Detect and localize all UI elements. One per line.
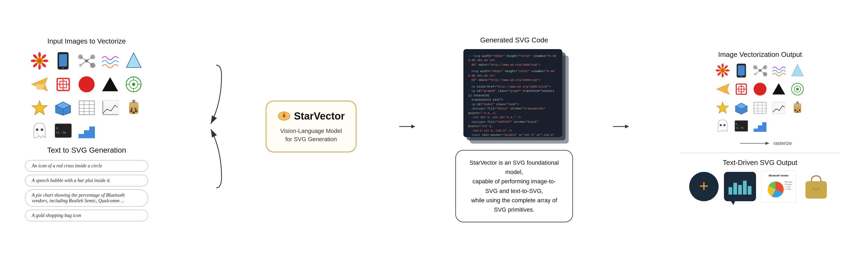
text-prompt-4: A gold shopping bag icon — [25, 210, 148, 221]
svg-point-30 — [79, 76, 95, 92]
svg-point-56 — [132, 112, 135, 114]
svg-point-80 — [721, 64, 724, 68]
out-icon-phone — [733, 63, 749, 78]
out-icon-star — [715, 100, 731, 116]
text-driven-title: Text-Driven SVG Output — [723, 158, 798, 167]
svg-rect-11 — [59, 54, 67, 67]
speech-bubble-chart-icon — [724, 172, 756, 201]
gold-shopping-bag-icon — [802, 172, 831, 201]
icon-ghost: + — [30, 121, 50, 141]
svg-rect-49 — [102, 100, 118, 115]
rasterize-label: rasterize — [773, 141, 792, 146]
vectorization-output-row: >_ ls -la — [714, 62, 806, 134]
svg-text:Realtek: Realtek — [787, 181, 792, 183]
out-icon-box — [733, 100, 749, 116]
out-icon-boba — [789, 100, 805, 116]
svg-rect-123 — [796, 101, 799, 104]
icon-data-table — [77, 98, 97, 118]
icon-red-circle — [77, 74, 97, 95]
model-name-text: StarVector — [294, 110, 345, 122]
icon-line-graph — [100, 98, 120, 118]
svg-point-12 — [62, 67, 64, 69]
svg-point-127 — [720, 124, 722, 126]
icon-star-outline — [30, 98, 50, 118]
svg-point-59 — [135, 108, 136, 110]
icon-terminal: >_ ls -la — [53, 121, 73, 141]
icon-black-triangle — [100, 74, 120, 95]
icon-waves — [100, 51, 120, 71]
svg-point-8 — [31, 60, 36, 62]
svg-point-125 — [797, 111, 798, 113]
svg-point-110 — [796, 88, 799, 91]
svg-marker-136 — [765, 142, 769, 145]
svg-rect-54 — [132, 100, 135, 103]
svg-rect-129 — [735, 121, 748, 131]
svg-rect-89 — [738, 65, 745, 75]
svg-rect-120 — [772, 102, 785, 114]
left-arrow-section — [193, 49, 225, 204]
code-card-front: 1<svg width="402pt" height="147pt" viewB… — [463, 49, 562, 137]
bt-chart-title: Bluetooth Vendor — [769, 174, 789, 177]
text-prompt-3: A pie chart showing the percentage of Bl… — [25, 189, 148, 207]
bar-4 — [743, 181, 747, 194]
svg-point-86 — [716, 69, 720, 72]
svg-text:Qualcomm: Qualcomm — [787, 184, 792, 185]
model-card: StarVector Vision-Language Modelfor SVG … — [266, 101, 356, 152]
right-arrow-svg — [398, 120, 416, 133]
svg-rect-68 — [89, 126, 95, 138]
svg-point-4 — [43, 60, 49, 62]
svg-point-58 — [131, 108, 132, 110]
right-section: Image Vectorization Output — [669, 50, 851, 203]
vectorization-output-section: Image Vectorization Output — [669, 50, 851, 134]
icon-diamond-red — [53, 74, 73, 95]
shopping-bag-svg — [803, 173, 830, 200]
svg-marker-111 — [717, 102, 728, 113]
out-icon-triangle — [771, 81, 787, 97]
svg-marker-22 — [126, 53, 141, 68]
svg-text:Other: Other — [787, 188, 791, 190]
bar-1 — [728, 187, 732, 194]
svg-point-90 — [741, 75, 742, 77]
starvector-logo-icon — [277, 109, 291, 123]
curved-arrows-svg — [195, 49, 224, 204]
arrow-to-right — [610, 120, 632, 133]
model-header: StarVector — [277, 109, 345, 123]
text-output-icons-row: + Bluetooth Vendor — [689, 171, 831, 203]
text-driven-output-section: Text-Driven SVG Output + — [669, 158, 851, 203]
text-prompt-1: An icon of a red cross inside a circle — [25, 160, 148, 172]
svg-line-20 — [81, 61, 87, 65]
svg-point-1 — [37, 59, 42, 63]
svg-point-73 — [283, 115, 285, 117]
input-icon-grid: + >_ ls -la — [29, 50, 144, 141]
out-icon-table — [752, 100, 768, 116]
out-icon-red-circle — [752, 81, 768, 97]
divider — [680, 153, 840, 153]
svg-rect-43 — [79, 101, 94, 115]
bar-5 — [748, 186, 751, 194]
icon-eye-target — [124, 74, 144, 95]
description-box: StarVector is an SVG foundational model,… — [455, 150, 573, 222]
svg-point-106 — [754, 83, 767, 96]
out-icon-eye — [789, 81, 805, 97]
out-icon-diamond — [733, 81, 749, 97]
svg-point-57 — [135, 110, 137, 112]
svg-rect-132 — [754, 129, 758, 132]
svg-point-79 — [721, 69, 724, 72]
svg-text:+: + — [36, 132, 38, 136]
code-title: Generated SVG Code — [480, 36, 548, 44]
code-stack: 1<svg width="402pt" height="147pt"... 1<… — [463, 49, 565, 145]
svg-point-2 — [38, 52, 41, 58]
svg-marker-39 — [32, 101, 47, 115]
right-arrow-2-svg — [612, 120, 630, 133]
svg-line-98 — [755, 70, 760, 74]
pie-chart-svg: Realtek Qualcomm Intel Other — [765, 178, 792, 199]
bar-chart-mini — [728, 179, 751, 194]
svg-point-124 — [795, 109, 796, 111]
svg-rect-114 — [754, 102, 766, 113]
input-images-title: Input Images to Vectorize — [47, 37, 126, 45]
icon-prism — [124, 51, 144, 71]
out-icon-line — [771, 100, 787, 116]
svg-point-61 — [41, 129, 43, 131]
svg-marker-31 — [102, 77, 118, 91]
svg-point-6 — [38, 64, 41, 70]
